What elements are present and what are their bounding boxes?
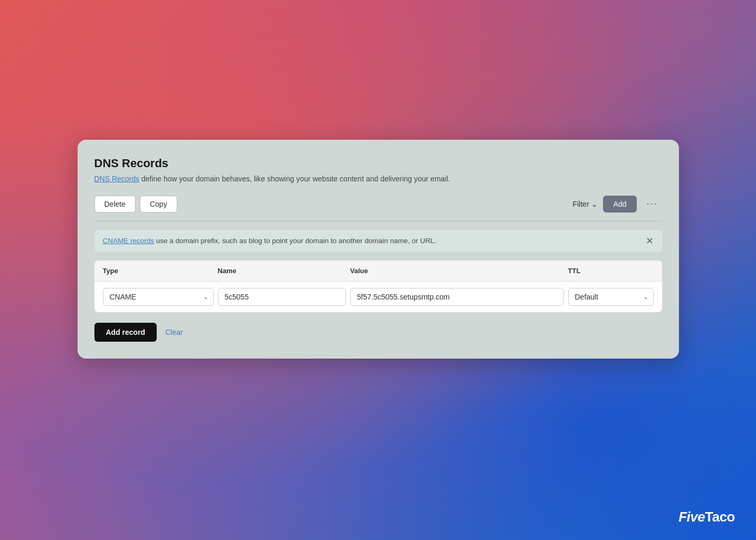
ttl-select-wrapper: Default 300 600 1800 3600 7200 86400 ⌄ — [568, 288, 654, 306]
dns-records-link[interactable]: DNS Records — [94, 175, 140, 183]
toolbar: Delete Copy Filter ⌄ Add ··· — [94, 196, 662, 213]
divider — [94, 221, 662, 221]
brand-logo: FiveTaco — [678, 509, 735, 525]
copy-button[interactable]: Copy — [140, 196, 177, 213]
ttl-field: Default 300 600 1800 3600 7200 86400 ⌄ — [564, 288, 654, 306]
type-select-wrapper: A AAAA CNAME MX TXT NS SRV CAA ⌄ — [103, 288, 214, 306]
clear-button[interactable]: Clear — [165, 328, 183, 336]
add-record-button[interactable]: Add record — [94, 323, 157, 342]
name-input[interactable] — [218, 288, 346, 306]
ttl-select[interactable]: Default 300 600 1800 3600 7200 86400 — [568, 288, 654, 306]
close-icon: ✕ — [646, 236, 654, 246]
dns-records-card: DNS Records DNS Records define how your … — [78, 140, 679, 359]
name-field — [214, 288, 346, 306]
filter-button[interactable]: Filter ⌄ — [572, 200, 597, 208]
info-banner: CNAME records use a domain prefix, such … — [94, 230, 662, 252]
col-type-header: Type — [103, 267, 214, 275]
toolbar-right: Filter ⌄ Add ··· — [572, 196, 662, 213]
more-options-button[interactable]: ··· — [642, 196, 662, 211]
col-name-header: Name — [214, 267, 346, 275]
form-header: Type Name Value TTL — [94, 261, 662, 282]
card-description: DNS Records define how your domain behav… — [94, 175, 662, 183]
delete-button[interactable]: Delete — [94, 196, 136, 213]
form-actions: Add record Clear — [94, 323, 662, 342]
page-title: DNS Records — [94, 157, 662, 170]
ellipsis-icon: ··· — [646, 198, 657, 209]
col-value-header: Value — [346, 267, 564, 275]
col-ttl-header: TTL — [564, 267, 654, 275]
record-form: Type Name Value TTL A AAAA CNAME MX TXT … — [94, 261, 662, 312]
type-field: A AAAA CNAME MX TXT NS SRV CAA ⌄ — [103, 288, 214, 306]
type-select[interactable]: A AAAA CNAME MX TXT NS SRV CAA — [103, 288, 214, 306]
chevron-down-icon: ⌄ — [591, 200, 598, 208]
value-field — [346, 288, 564, 306]
info-banner-text: CNAME records use a domain prefix, such … — [103, 237, 437, 245]
brand-text: FiveTaco — [678, 509, 735, 525]
cname-records-link[interactable]: CNAME records — [103, 237, 155, 245]
add-button[interactable]: Add — [603, 196, 637, 213]
form-body: A AAAA CNAME MX TXT NS SRV CAA ⌄ — [94, 282, 662, 312]
toolbar-left: Delete Copy — [94, 196, 569, 213]
value-input[interactable] — [350, 288, 564, 306]
close-banner-button[interactable]: ✕ — [646, 236, 654, 246]
